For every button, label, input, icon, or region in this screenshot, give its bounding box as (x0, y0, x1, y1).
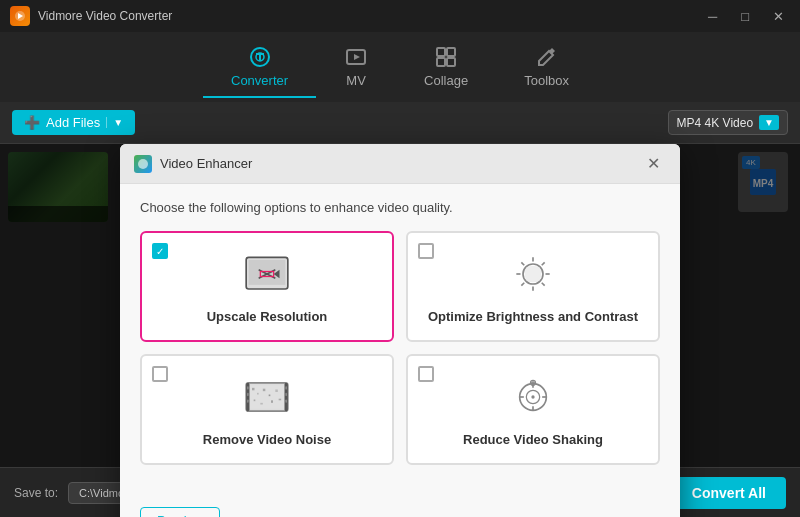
format-arrow-btn[interactable]: ▼ (759, 115, 779, 130)
svg-rect-32 (269, 395, 271, 397)
option-upscale[interactable]: ✓ Upscale Resolution (140, 231, 394, 342)
svg-rect-8 (447, 58, 455, 66)
noise-label: Remove Video Noise (203, 432, 331, 447)
svg-rect-36 (271, 400, 273, 403)
svg-rect-30 (257, 393, 259, 395)
svg-rect-31 (263, 389, 266, 392)
brightness-checkbox[interactable] (418, 243, 434, 259)
svg-rect-45 (285, 400, 287, 403)
dialog-title: Video Enhancer (160, 156, 252, 171)
dialog-body: Choose the following options to enhance … (120, 184, 680, 497)
main-content: 4K MP4 Video Enhancer ✕ (0, 144, 800, 467)
nav-toolbox[interactable]: Toolbox (496, 37, 597, 98)
nav-converter-label: Converter (231, 73, 288, 88)
add-icon: ➕ (24, 115, 40, 130)
format-dropdown[interactable]: MP4 4K Video ▼ (668, 110, 788, 135)
svg-rect-42 (247, 400, 249, 403)
dialog-subtitle: Choose the following options to enhance … (140, 200, 660, 215)
format-selector: MP4 4K Video ▼ (668, 110, 788, 135)
option-shaking[interactable]: Reduce Video Shaking (406, 354, 660, 465)
dialog-close-button[interactable]: ✕ (641, 152, 666, 175)
svg-rect-7 (437, 58, 445, 66)
option-noise[interactable]: Remove Video Noise (140, 354, 394, 465)
title-bar-controls: ─ □ ✕ (702, 7, 790, 26)
nav-converter[interactable]: Converter (203, 37, 316, 98)
dialog-icon (134, 155, 152, 173)
shaking-checkbox[interactable] (418, 366, 434, 382)
noise-icon-area (237, 372, 297, 422)
option-brightness[interactable]: Optimize Brightness and Contrast (406, 231, 660, 342)
upscale-icon-area (237, 249, 297, 299)
close-button[interactable]: ✕ (767, 7, 790, 26)
upscale-label: Upscale Resolution (207, 309, 328, 324)
shaking-label: Reduce Video Shaking (463, 432, 603, 447)
add-files-arrow[interactable]: ▼ (106, 117, 123, 128)
nav-collage-label: Collage (424, 73, 468, 88)
svg-rect-13 (249, 260, 286, 285)
svg-line-23 (521, 262, 524, 265)
toolbar: ➕ Add Files ▼ MP4 4K Video ▼ (0, 102, 800, 144)
add-files-label: Add Files (46, 115, 100, 130)
convert-all-button[interactable]: Convert All (672, 477, 786, 509)
brightness-icon-area (503, 249, 563, 299)
svg-rect-6 (447, 48, 455, 56)
svg-rect-40 (247, 386, 249, 389)
save-to-label: Save to: (14, 486, 58, 500)
add-files-button[interactable]: ➕ Add Files ▼ (12, 110, 135, 135)
nav-bar: Converter MV Collage Toolbox (0, 32, 800, 102)
nav-toolbox-label: Toolbox (524, 73, 569, 88)
app-title: Vidmore Video Converter (38, 9, 172, 23)
dialog-header-left: Video Enhancer (134, 155, 252, 173)
nav-mv[interactable]: MV (316, 37, 396, 98)
svg-rect-34 (254, 400, 256, 402)
dialog-header: Video Enhancer ✕ (120, 144, 680, 184)
shaking-icon-area (503, 372, 563, 422)
modal-overlay: Video Enhancer ✕ Choose the following op… (0, 144, 800, 467)
title-bar: Vidmore Video Converter ─ □ ✕ (0, 0, 800, 32)
noise-checkbox[interactable] (152, 366, 168, 382)
options-grid: ✓ Upscale Resolution (140, 231, 660, 465)
svg-rect-44 (285, 393, 287, 396)
svg-point-11 (138, 159, 148, 169)
video-enhancer-dialog: Video Enhancer ✕ Choose the following op… (120, 144, 680, 517)
maximize-button[interactable]: □ (735, 7, 755, 26)
svg-point-48 (531, 395, 534, 398)
brightness-label: Optimize Brightness and Contrast (428, 309, 638, 324)
svg-rect-43 (285, 386, 287, 389)
title-bar-left: Vidmore Video Converter (10, 6, 172, 26)
svg-rect-33 (275, 390, 278, 393)
svg-rect-35 (260, 403, 263, 405)
preview-button[interactable]: Preview (140, 507, 220, 517)
minimize-button[interactable]: ─ (702, 7, 723, 26)
svg-line-26 (521, 283, 524, 286)
svg-rect-41 (247, 393, 249, 396)
svg-line-25 (542, 262, 545, 265)
svg-rect-29 (252, 388, 255, 391)
upscale-checkbox[interactable]: ✓ (152, 243, 168, 259)
dialog-footer: Preview Apply to All → Save Cancel (120, 497, 680, 517)
svg-line-24 (542, 283, 545, 286)
nav-mv-label: MV (346, 73, 366, 88)
format-label: MP4 4K Video (677, 116, 754, 130)
svg-rect-37 (279, 399, 282, 401)
app-logo (10, 6, 30, 26)
svg-rect-5 (437, 48, 445, 56)
nav-collage[interactable]: Collage (396, 37, 496, 98)
